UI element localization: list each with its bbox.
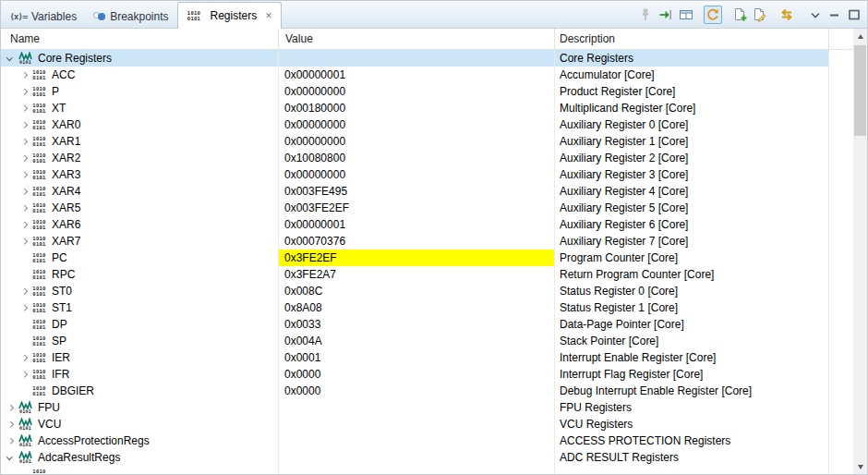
table-row[interactable]: 10100101XAR60x00000001Auxiliary Register… — [1, 216, 829, 233]
chevron-right-icon[interactable] — [18, 216, 31, 233]
chevron-right-icon[interactable] — [18, 150, 31, 166]
table-row[interactable]: 0101FPUFPU Registers — [1, 399, 829, 416]
register-value-cell[interactable]: 0x008C — [279, 283, 555, 299]
table-row[interactable]: 10100101RPC0x3FE2A7Return Program Counte… — [1, 266, 829, 283]
table-row[interactable]: 0101AdcaResultRegsADC RESULT Registers — [1, 449, 829, 466]
table-row[interactable]: 10100101XAR50x003FE2EFAuxiliary Register… — [1, 200, 829, 216]
register-value-cell[interactable] — [279, 50, 555, 67]
chevron-right-icon[interactable] — [18, 116, 31, 133]
view-menu-button[interactable] — [807, 6, 824, 23]
chevron-right-icon[interactable] — [18, 366, 31, 383]
register-value-cell[interactable]: 0x3FE2EF — [279, 250, 555, 266]
tab-breakpoints[interactable]: Breakpoints — [85, 6, 176, 29]
register-value-cell[interactable] — [279, 416, 555, 432]
layout-button[interactable] — [677, 6, 695, 24]
chevron-right-icon[interactable] — [18, 133, 31, 150]
scrollbar-track[interactable] — [853, 43, 867, 459]
chevron-right-icon[interactable] — [5, 416, 18, 432]
register-value-cell[interactable]: 0x3FE2A7 — [279, 266, 555, 283]
new-register-group-button[interactable] — [730, 6, 749, 24]
register-value-cell[interactable]: 0x8A08 — [279, 299, 555, 316]
add-to-expressions-button[interactable] — [657, 6, 675, 24]
table-row[interactable]: 10100101ST10x8A08Status Register 1 [Core… — [1, 299, 829, 316]
table-row[interactable]: 10100101DBGIER0x0000Debug Interrupt Enab… — [1, 383, 829, 399]
vertical-scrollbar[interactable] — [853, 29, 867, 474]
table-row[interactable]: 10100101ACC0x00000001Accumulator [Core] — [1, 67, 829, 83]
register-value-cell[interactable] — [279, 432, 555, 449]
register-value-cell[interactable] — [279, 399, 555, 416]
register-value-cell[interactable]: 0x0000 — [279, 383, 555, 399]
scroll-up-button[interactable] — [853, 29, 867, 43]
chevron-right-icon[interactable] — [18, 100, 31, 116]
chevron-down-icon[interactable] — [5, 50, 18, 67]
register-value-cell[interactable]: 0x0001 — [279, 349, 555, 366]
table-row[interactable]: 10100101PC0x3FE2EFProgram Counter [Core] — [1, 250, 829, 266]
register-value-cell[interactable]: 0x003FE2EF — [279, 200, 555, 216]
table-row[interactable]: 0101VCUVCU Registers — [1, 416, 829, 432]
register-value-cell[interactable]: 0x00000001 — [279, 216, 555, 233]
chevron-right-icon[interactable] — [18, 67, 31, 83]
chevron-right-icon[interactable] — [18, 283, 31, 299]
table-row[interactable]: 10100101XAR30x00000000Auxiliary Register… — [1, 166, 829, 183]
chevron-down-icon[interactable] — [5, 449, 18, 466]
table-row[interactable]: 0101Core RegistersCore Registers — [1, 50, 829, 67]
register-value-cell[interactable]: 0x00000000 — [279, 166, 555, 183]
register-value-cell[interactable]: 0x0000 — [279, 366, 555, 383]
table-row[interactable]: 10100101IER0x0001Interrupt Enable Regist… — [1, 349, 829, 366]
register-value-cell[interactable]: 0x004A — [279, 333, 555, 349]
chevron-right-icon[interactable] — [18, 83, 31, 100]
chevron-right-icon[interactable] — [5, 432, 18, 449]
chevron-right-icon[interactable] — [18, 200, 31, 216]
chevron-right-icon[interactable] — [18, 299, 31, 316]
register-value-cell[interactable]: 0x10080800 — [279, 150, 555, 166]
chevron-right-icon[interactable] — [18, 349, 31, 366]
register-value-cell[interactable]: 0x00180000 — [279, 100, 555, 116]
continuous-refresh-button[interactable] — [778, 6, 796, 24]
register-name: P — [52, 83, 59, 100]
refresh-button[interactable] — [704, 6, 722, 24]
register-value-cell[interactable]: 0x00000001 — [279, 67, 555, 83]
register-name-cell: 10100101PC — [1, 250, 279, 266]
register-icon: 10100101 — [31, 334, 47, 348]
maximize-button[interactable] — [846, 6, 862, 23]
table-row[interactable]: 10100101IFR0x0000Interrupt Flag Register… — [1, 366, 829, 383]
table-row[interactable]: 10100101 — [1, 466, 829, 474]
edit-register-group-button[interactable] — [751, 6, 769, 24]
tab-variables[interactable]: (x)=Variables — [4, 6, 85, 29]
table-row[interactable]: 10100101P0x00000000Product Register [Cor… — [1, 83, 829, 100]
table-row[interactable]: 10100101XAR20x10080800Auxiliary Register… — [1, 150, 829, 166]
register-value: 0x00000001 — [284, 218, 345, 231]
column-header-name[interactable]: Name — [1, 29, 279, 49]
table-row[interactable]: 10100101ST00x008CStatus Register 0 [Core… — [1, 283, 829, 299]
close-icon[interactable]: ✕ — [265, 11, 272, 20]
table-row[interactable]: 0101AccessProtectionRegsACCESS PROTECTIO… — [1, 432, 829, 449]
column-header-description[interactable]: Description — [555, 29, 829, 49]
table-row[interactable]: 10100101XT0x00180000Multiplicand Registe… — [1, 100, 829, 116]
register-value-cell[interactable] — [279, 449, 555, 466]
register-value-cell[interactable]: 0x00000000 — [279, 83, 555, 100]
table-row[interactable]: 10100101XAR10x00000000Auxiliary Register… — [1, 133, 829, 150]
tab-registers[interactable]: 10100101Registers✕ — [177, 2, 282, 29]
minimize-button[interactable] — [826, 6, 843, 23]
column-header-value[interactable]: Value — [279, 29, 555, 49]
register-value-cell[interactable]: 0x00000000 — [279, 133, 555, 150]
register-value: 0x00000000 — [284, 168, 345, 181]
table-row[interactable]: 10100101DP0x0033Data-Page Pointer [Core] — [1, 316, 829, 333]
chevron-right-icon[interactable] — [18, 233, 31, 250]
table-row[interactable]: 10100101XAR00x00000000Auxiliary Register… — [1, 116, 829, 133]
table-row[interactable]: 10100101XAR70x00070376Auxiliary Register… — [1, 233, 829, 250]
chevron-right-icon[interactable] — [5, 399, 18, 416]
chevron-right-icon[interactable] — [18, 166, 31, 183]
register-value-cell[interactable]: 0x0033 — [279, 316, 555, 333]
register-value-cell[interactable]: 0x003FE495 — [279, 183, 555, 200]
register-value-cell[interactable] — [279, 466, 555, 474]
table-row[interactable]: 10100101XAR40x003FE495Auxiliary Register… — [1, 183, 829, 200]
register-value-cell[interactable]: 0x00000000 — [279, 116, 555, 133]
tab-label: Variables — [31, 10, 77, 23]
chevron-right-icon[interactable] — [18, 183, 31, 200]
table-row[interactable]: 10100101SP0x004AStack Pointer [Core] — [1, 333, 829, 349]
scrollbar-thumb[interactable] — [854, 45, 866, 136]
scroll-down-button[interactable] — [853, 459, 867, 474]
pin-to-debug-context-button[interactable] — [636, 6, 655, 24]
register-value-cell[interactable]: 0x00070376 — [279, 233, 555, 250]
